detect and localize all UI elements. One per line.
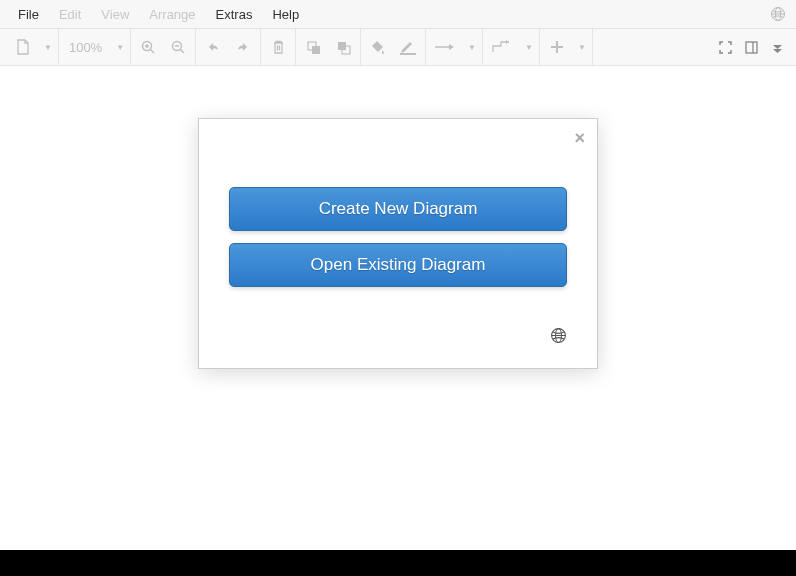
zoom-in-icon[interactable] <box>137 36 159 58</box>
caret-down-icon[interactable]: ▼ <box>578 43 586 52</box>
collapse-icon[interactable] <box>766 36 788 58</box>
fill-color-icon[interactable] <box>367 36 389 58</box>
fullscreen-icon[interactable] <box>714 36 736 58</box>
plus-icon[interactable] <box>546 36 568 58</box>
redo-icon[interactable] <box>232 36 254 58</box>
zoom-level[interactable]: 100% <box>65 40 106 55</box>
format-panel-icon[interactable] <box>740 36 762 58</box>
to-front-icon[interactable] <box>302 36 324 58</box>
undo-icon[interactable] <box>202 36 224 58</box>
svg-rect-11 <box>312 46 320 54</box>
zoom-out-icon[interactable] <box>167 36 189 58</box>
svg-rect-18 <box>746 42 757 53</box>
menubar: File Edit View Arrange Extras Help <box>0 0 796 28</box>
document-icon[interactable] <box>12 36 34 58</box>
caret-down-icon[interactable]: ▼ <box>116 43 124 52</box>
caret-down-icon[interactable]: ▼ <box>44 43 52 52</box>
svg-rect-14 <box>400 53 416 55</box>
connection-icon[interactable] <box>432 36 458 58</box>
waypoints-icon[interactable] <box>489 36 515 58</box>
svg-line-4 <box>150 49 154 53</box>
toolbar: ▼ 100% ▼ <box>0 28 796 66</box>
language-globe-icon[interactable] <box>229 327 567 344</box>
open-existing-diagram-button[interactable]: Open Existing Diagram <box>229 243 567 287</box>
svg-rect-13 <box>338 42 346 50</box>
menu-arrange[interactable]: Arrange <box>139 3 205 26</box>
globe-icon[interactable] <box>770 6 786 22</box>
menu-edit[interactable]: Edit <box>49 3 91 26</box>
caret-down-icon[interactable]: ▼ <box>468 43 476 52</box>
menu-help[interactable]: Help <box>262 3 309 26</box>
menu-extras[interactable]: Extras <box>206 3 263 26</box>
menu-file[interactable]: File <box>8 3 49 26</box>
close-icon[interactable]: × <box>574 129 585 147</box>
line-color-icon[interactable] <box>397 36 419 58</box>
caret-down-icon[interactable]: ▼ <box>525 43 533 52</box>
footer-bar <box>0 550 796 576</box>
menu-view[interactable]: View <box>91 3 139 26</box>
to-back-icon[interactable] <box>332 36 354 58</box>
delete-icon[interactable] <box>267 36 289 58</box>
start-dialog: × Create New Diagram Open Existing Diagr… <box>198 118 598 369</box>
svg-line-8 <box>180 49 184 53</box>
create-new-diagram-button[interactable]: Create New Diagram <box>229 187 567 231</box>
